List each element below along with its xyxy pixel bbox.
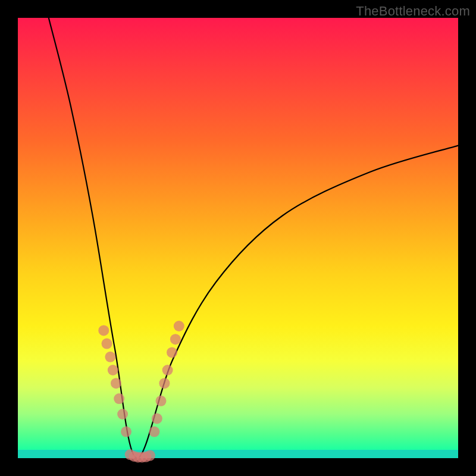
data-dots xyxy=(98,321,184,463)
data-point xyxy=(174,321,184,331)
data-point xyxy=(114,393,124,404)
data-point xyxy=(121,427,131,437)
data-point xyxy=(98,325,109,336)
curve-group xyxy=(49,18,458,458)
data-point xyxy=(102,339,112,349)
data-point xyxy=(149,427,159,437)
data-point xyxy=(105,352,115,362)
chart-frame: TheBottleneck.com xyxy=(0,0,476,476)
bottleneck-curve-svg xyxy=(18,18,458,458)
data-point xyxy=(167,347,177,358)
plot-area xyxy=(18,18,458,458)
data-point xyxy=(162,365,173,375)
watermark-text: TheBottleneck.com xyxy=(356,4,470,19)
data-point xyxy=(170,334,181,345)
bottleneck-curve xyxy=(49,18,458,458)
data-point xyxy=(152,413,162,424)
data-point xyxy=(145,450,155,461)
data-point xyxy=(108,365,118,375)
data-point xyxy=(111,378,121,389)
data-point xyxy=(117,409,128,419)
data-point xyxy=(156,396,167,406)
data-point xyxy=(159,378,170,389)
